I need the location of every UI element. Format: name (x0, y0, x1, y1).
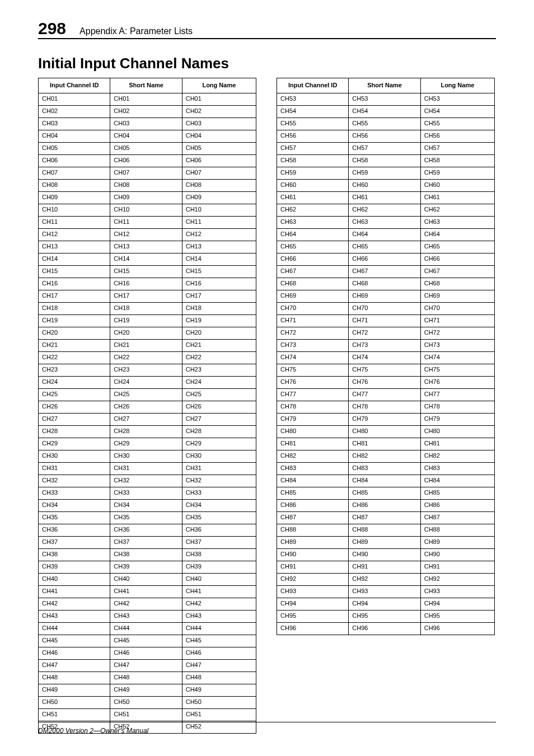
table-cell: CH39 (110, 561, 182, 573)
table-cell: CH30 (182, 450, 256, 462)
table-cell: CH87 (277, 511, 349, 524)
table-cell: CH24 (182, 376, 256, 388)
table-cell: CH66 (349, 253, 420, 265)
table-cell: CH23 (182, 364, 256, 376)
table-row: CH89CH89CH89 (277, 536, 495, 548)
table-row: CH59CH59CH59 (277, 167, 495, 179)
table-cell: CH70 (277, 302, 349, 314)
table-cell: CH25 (39, 388, 110, 401)
table-cell: CH42 (39, 598, 110, 610)
table-row: CH36CH36CH36 (39, 524, 256, 536)
table-cell: CH94 (349, 598, 420, 610)
table-row: CH44CH44CH44 (39, 622, 256, 635)
table-cell: CH71 (349, 314, 420, 327)
table-cell: CH64 (420, 228, 494, 241)
table-cell: CH64 (349, 228, 420, 241)
table-row: CH33CH33CH33 (39, 487, 256, 499)
table-cell: CH27 (182, 413, 256, 425)
table-cell: CH17 (110, 290, 182, 302)
table-cell: CH09 (39, 191, 110, 204)
table-cell: CH22 (182, 351, 256, 364)
table-row: CH80CH80CH80 (277, 425, 495, 438)
table-row: CH16CH16CH16 (39, 278, 256, 290)
table-cell: CH78 (420, 401, 494, 413)
table-row: CH64CH64CH64 (277, 228, 495, 241)
table-row: CH60CH60CH60 (277, 179, 495, 191)
table-row: CH18CH18CH18 (39, 302, 256, 314)
table-row: CH25CH25CH25 (39, 388, 256, 401)
table-cell: CH54 (349, 105, 420, 118)
table-cell: CH09 (110, 191, 182, 204)
table-row: CH23CH23CH23 (39, 364, 256, 376)
table-cell: CH90 (277, 548, 349, 561)
table-row: CH17CH17CH17 (39, 290, 256, 302)
channel-table-right: Input Channel ID Short Name Long Name CH… (277, 78, 495, 635)
table-cell: CH01 (182, 93, 256, 105)
table-cell: CH26 (182, 401, 256, 413)
col-header-long: Long Name (182, 78, 256, 93)
table-cell: CH44 (39, 622, 110, 635)
table-cell: CH85 (277, 487, 349, 499)
table-cell: CH48 (110, 672, 182, 684)
table-cell: CH20 (39, 327, 110, 339)
table-cell: CH39 (182, 561, 256, 573)
table-cell: CH06 (182, 154, 256, 167)
table-cell: CH22 (110, 351, 182, 364)
table-header-row: Input Channel ID Short Name Long Name (39, 78, 256, 93)
table-cell: CH35 (110, 511, 182, 524)
table-cell: CH82 (420, 450, 494, 462)
table-cell: CH87 (420, 511, 494, 524)
table-cell: CH40 (39, 573, 110, 585)
table-cell: CH62 (277, 204, 349, 216)
table-row: CH06CH06CH06 (39, 154, 256, 167)
table-cell: CH77 (420, 388, 494, 401)
table-row: CH08CH08CH08 (39, 179, 256, 191)
table-cell: CH85 (349, 487, 420, 499)
table-cell: CH74 (277, 351, 349, 364)
table-cell: CH46 (110, 647, 182, 659)
table-cell: CH19 (182, 314, 256, 327)
table-cell: CH10 (110, 204, 182, 216)
table-cell: CH08 (39, 179, 110, 191)
table-cell: CH18 (110, 302, 182, 314)
table-cell: CH81 (349, 438, 420, 450)
table-cell: CH72 (349, 327, 420, 339)
table-row: CH61CH61CH61 (277, 191, 495, 204)
table-cell: CH95 (277, 610, 349, 622)
table-cell: CH47 (182, 659, 256, 672)
table-row: CH04CH04CH04 (39, 130, 256, 142)
table-cell: CH64 (277, 228, 349, 241)
page-footer: DM2000 Version 2—Owner's Manual (38, 722, 496, 735)
table-cell: CH33 (110, 487, 182, 499)
table-row: CH03CH03CH03 (39, 118, 256, 130)
table-cell: CH60 (349, 179, 420, 191)
table-row: CH81CH81CH81 (277, 438, 495, 450)
table-cell: CH78 (277, 401, 349, 413)
table-cell: CH71 (277, 314, 349, 327)
table-cell: CH46 (182, 647, 256, 659)
table-row: CH76CH76CH76 (277, 376, 495, 388)
table-row: CH46CH46CH46 (39, 647, 256, 659)
table-cell: CH75 (349, 364, 420, 376)
table-row: CH27CH27CH27 (39, 413, 256, 425)
table-row: CH13CH13CH13 (39, 241, 256, 253)
table-cell: CH56 (349, 130, 420, 142)
table-row: CH53CH53CH53 (277, 93, 495, 105)
table-cell: CH20 (110, 327, 182, 339)
table-cell: CH49 (39, 684, 110, 696)
table-cell: CH21 (110, 339, 182, 351)
table-cell: CH16 (110, 278, 182, 290)
table-cell: CH60 (277, 179, 349, 191)
table-cell: CH70 (420, 302, 494, 314)
table-cell: CH76 (420, 376, 494, 388)
table-cell: CH94 (277, 598, 349, 610)
table-cell: CH48 (39, 672, 110, 684)
table-row: CH09CH09CH09 (39, 191, 256, 204)
table-cell: CH20 (182, 327, 256, 339)
table-row: CH38CH38CH38 (39, 548, 256, 561)
table-cell: CH01 (39, 93, 110, 105)
table-cell: CH71 (420, 314, 494, 327)
table-cell: CH81 (277, 438, 349, 450)
table-cell: CH47 (110, 659, 182, 672)
table-cell: CH77 (349, 388, 420, 401)
